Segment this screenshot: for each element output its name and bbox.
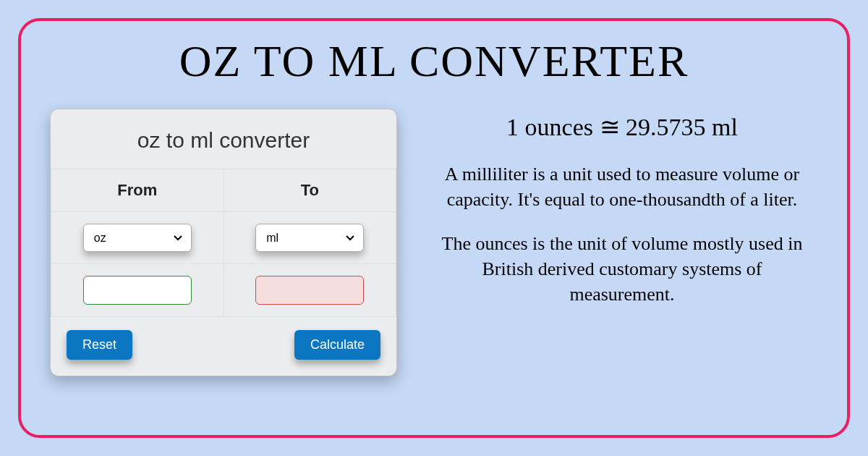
button-row: Reset Calculate	[51, 317, 396, 363]
page-title: OZ TO ML CONVERTER	[50, 35, 818, 87]
from-header: From	[51, 169, 224, 212]
converter-widget: oz to ml converter From To oz	[50, 109, 397, 376]
content-row: oz to ml converter From To oz	[50, 105, 818, 376]
from-value-input[interactable]	[83, 276, 192, 305]
main-frame: OZ TO ML CONVERTER oz to ml converter Fr…	[18, 18, 850, 438]
info-column: 1 ounces ≅ 29.5735 ml A milliliter is a …	[426, 105, 818, 326]
conversion-formula: 1 ounces ≅ 29.5735 ml	[426, 112, 818, 141]
description-ounces: The ounces is the unit of volume mostly …	[426, 231, 818, 307]
to-unit-select[interactable]: ml	[255, 224, 364, 252]
reset-button[interactable]: Reset	[67, 330, 132, 360]
widget-title: oz to ml converter	[51, 122, 396, 169]
to-value-input[interactable]	[255, 276, 364, 305]
from-unit-select[interactable]: oz	[83, 224, 192, 252]
description-milliliter: A milliliter is a unit used to measure v…	[426, 161, 818, 212]
to-header: To	[224, 169, 396, 212]
calculate-button[interactable]: Calculate	[294, 330, 380, 360]
converter-table: From To oz ml	[51, 169, 396, 317]
